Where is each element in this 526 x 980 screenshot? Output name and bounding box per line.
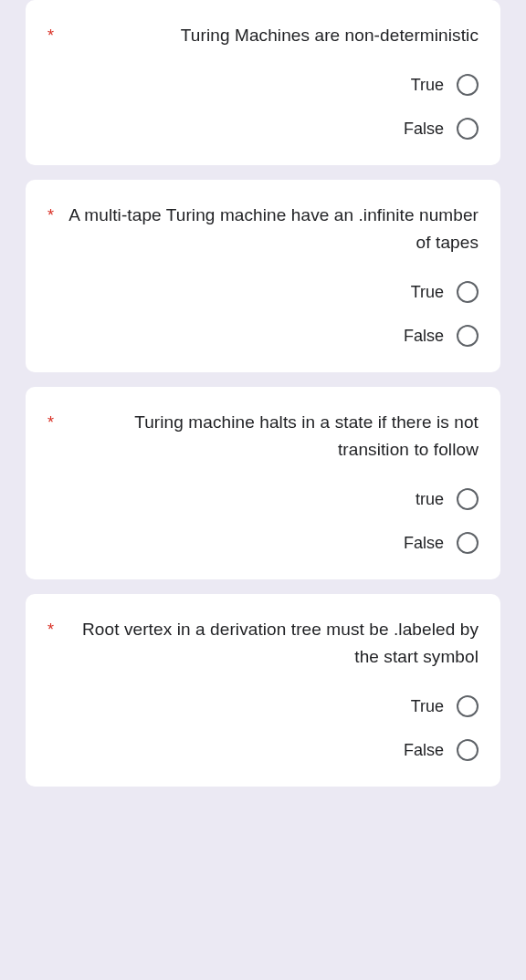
question-header: * Turing Machines are non-deterministic xyxy=(47,22,479,48)
option-row[interactable]: True xyxy=(47,281,479,303)
option-label: True xyxy=(411,76,444,95)
option-label: true xyxy=(416,490,444,509)
radio-icon[interactable] xyxy=(457,325,479,347)
question-header: * A multi-tape Turing machine have an .i… xyxy=(47,202,479,255)
option-label: True xyxy=(411,283,444,302)
question-card: * Turing machine halts in a state if the… xyxy=(26,387,500,579)
question-header: * Turing machine halts in a state if the… xyxy=(47,409,479,463)
required-indicator: * xyxy=(47,616,54,642)
option-label: False xyxy=(404,741,444,760)
radio-icon[interactable] xyxy=(457,281,479,303)
question-card: * A multi-tape Turing machine have an .i… xyxy=(26,180,500,372)
options-group: True False xyxy=(47,281,479,347)
radio-icon[interactable] xyxy=(457,74,479,96)
radio-icon[interactable] xyxy=(457,532,479,554)
radio-icon[interactable] xyxy=(457,695,479,717)
options-group: True False xyxy=(47,74,479,140)
options-group: true False xyxy=(47,488,479,554)
options-group: True False xyxy=(47,695,479,761)
option-row[interactable]: False xyxy=(47,325,479,347)
required-indicator: * xyxy=(47,409,54,435)
option-row[interactable]: False xyxy=(47,118,479,140)
question-text: Turing machine halts in a state if there… xyxy=(63,409,479,463)
question-card: * Turing Machines are non-deterministic … xyxy=(26,0,500,165)
question-text: Root vertex in a derivation tree must be… xyxy=(63,616,479,670)
radio-icon[interactable] xyxy=(457,118,479,140)
required-indicator: * xyxy=(47,22,54,48)
option-row[interactable]: False xyxy=(47,532,479,554)
option-label: True xyxy=(411,697,444,716)
option-row[interactable]: True xyxy=(47,74,479,96)
option-label: False xyxy=(404,120,444,139)
option-row[interactable]: False xyxy=(47,739,479,761)
option-row[interactable]: True xyxy=(47,695,479,717)
option-row[interactable]: true xyxy=(47,488,479,510)
radio-icon[interactable] xyxy=(457,488,479,510)
radio-icon[interactable] xyxy=(457,739,479,761)
option-label: False xyxy=(404,327,444,346)
required-indicator: * xyxy=(47,202,54,228)
question-header: * Root vertex in a derivation tree must … xyxy=(47,616,479,670)
option-label: False xyxy=(404,534,444,553)
question-text: Turing Machines are non-deterministic xyxy=(63,22,479,48)
question-card: * Root vertex in a derivation tree must … xyxy=(26,594,500,787)
question-text: A multi-tape Turing machine have an .inf… xyxy=(63,202,479,255)
